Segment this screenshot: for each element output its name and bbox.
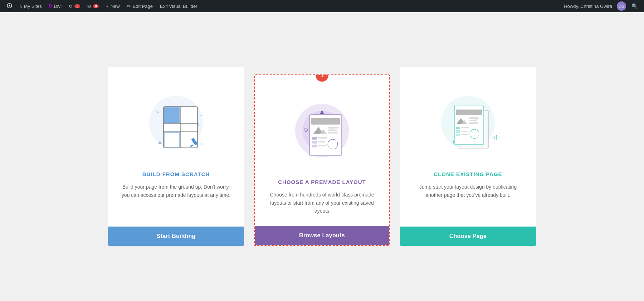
build-scratch-desc: Build your page from the ground up. Don'… [119, 183, 233, 199]
svg-text:✕: ✕ [199, 141, 204, 147]
plus-icon: + [106, 4, 109, 9]
exit-builder-label: Exit Visual Builder [160, 4, 197, 9]
svg-rect-53 [456, 130, 460, 133]
choose-premade-illustration: ✕ — [286, 89, 358, 168]
svg-rect-57 [461, 134, 468, 135]
svg-rect-27 [328, 127, 339, 128]
svg-rect-28 [328, 130, 337, 131]
browse-layouts-button[interactable]: Browse Layouts [255, 226, 389, 245]
svg-text:~: ~ [199, 112, 203, 118]
svg-rect-55 [461, 127, 469, 128]
updates-count: 3 [74, 4, 80, 8]
choose-premade-title: CHOOSE A PREMADE LAYOUT [278, 179, 366, 185]
main-content: ~ ✕ [0, 12, 644, 301]
choose-page-button[interactable]: Choose Page [400, 227, 536, 246]
svg-rect-34 [318, 141, 325, 142]
svg-rect-35 [318, 145, 326, 146]
divi-menu[interactable]: D Divi [45, 0, 65, 12]
comments-menu[interactable]: ✉ 0 [84, 0, 102, 12]
build-scratch-title: BUILD FROM SCRATCH [142, 171, 210, 177]
edit-page-label: Edit Page [133, 4, 153, 9]
svg-rect-45 [456, 110, 482, 115]
divi-label: Divi [54, 4, 62, 9]
svg-rect-29 [328, 132, 338, 133]
my-sites-icon: ⌂ [19, 4, 22, 9]
svg-rect-23 [311, 118, 340, 125]
svg-rect-49 [469, 117, 479, 119]
build-scratch-card: ~ ✕ [108, 67, 244, 246]
updates-icon: ↻ [69, 4, 73, 9]
build-scratch-illustration: ~ ✕ [140, 82, 212, 160]
edit-page-menu[interactable]: ✏ Edit Page [123, 0, 156, 12]
svg-text:✕: ✕ [155, 109, 159, 115]
clone-page-title: CLONE EXISTING PAGE [434, 171, 502, 177]
divi-icon: D [49, 4, 52, 9]
svg-rect-9 [164, 107, 180, 123]
svg-rect-30 [312, 137, 317, 140]
edit-icon: ✏ [127, 4, 131, 9]
my-sites-menu[interactable]: ⌂ My Sites [16, 0, 45, 12]
svg-rect-54 [456, 134, 460, 136]
svg-rect-52 [456, 127, 460, 129]
svg-rect-32 [312, 145, 317, 147]
svg-rect-51 [469, 122, 478, 124]
start-building-button[interactable]: Start Building [108, 227, 244, 246]
comments-icon: ✉ [87, 4, 91, 9]
admin-bar-right: Howdy, Christina Gwira CG 🔍 [561, 1, 641, 11]
user-avatar[interactable]: CG [617, 1, 626, 11]
exit-builder-menu[interactable]: Exit Visual Builder [156, 0, 201, 12]
comments-count: 0 [93, 4, 99, 8]
svg-text:◁: ◁ [492, 134, 497, 140]
clone-page-illustration: ✕ ◁ [432, 82, 504, 160]
search-icon[interactable]: 🔍 [628, 3, 641, 9]
choose-premade-desc: Choose from hundreds of world-class prem… [265, 191, 379, 215]
howdy-text: Howdy, Christina Gwira [561, 4, 615, 9]
admin-bar: ☉ ⌂ My Sites D Divi ↻ 3 ✉ 0 + New ✏ Edit… [0, 0, 644, 12]
svg-rect-31 [312, 141, 317, 144]
clone-page-desc: Jump start your layout design by duplica… [411, 183, 525, 199]
svg-rect-50 [469, 120, 477, 121]
wordpress-logo[interactable]: ☉ [3, 0, 16, 12]
choose-premade-card: 1 ✕ — [254, 74, 390, 246]
clone-page-card: ✕ ◁ [400, 67, 536, 246]
cards-container: ~ ✕ [72, 67, 572, 246]
new-menu[interactable]: + New [102, 0, 123, 12]
my-sites-label: My Sites [24, 4, 42, 9]
svg-rect-33 [318, 137, 327, 139]
updates-menu[interactable]: ↻ 3 [65, 0, 84, 12]
new-label: New [111, 4, 120, 9]
svg-rect-56 [461, 131, 468, 132]
